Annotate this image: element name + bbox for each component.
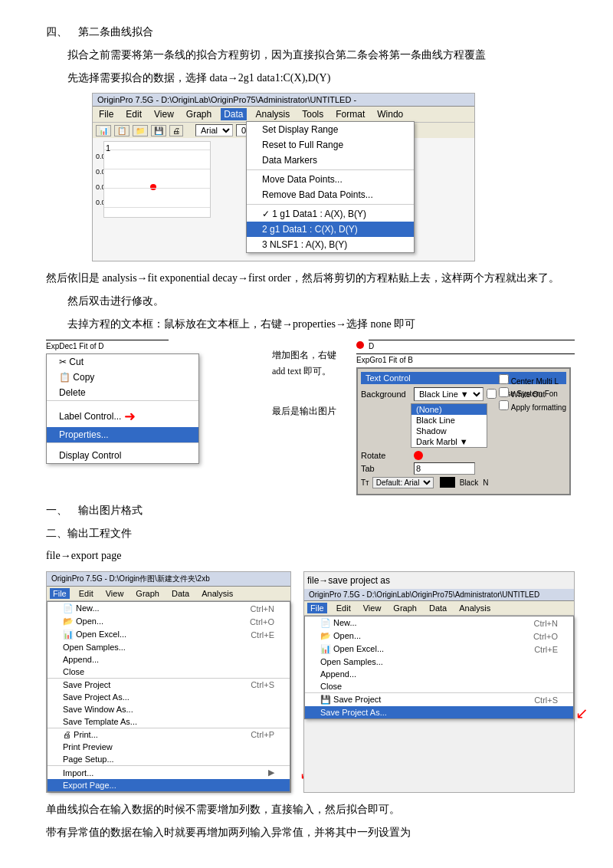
menu-data1-ab[interactable]: 1 g1 Data1 : A(X), B(Y) (247, 206, 414, 222)
fm-new[interactable]: 📄 New...Ctrl+N (48, 602, 290, 615)
right-col: D ExpGro1 Fit of B Text Control Backgrou… (356, 340, 575, 495)
fm-save-project-as[interactable]: Save Project As... (48, 691, 290, 703)
fm-open-samples[interactable]: Open Samples... (48, 641, 290, 653)
toolbar-btn-2[interactable]: 📋 (114, 125, 129, 136)
menu-graph[interactable]: Graph (183, 108, 215, 120)
left-col: ExpDec1 Fit of D ✂ Cut 📋 Copy Delete Lab… (46, 340, 264, 495)
toolbar-btn-3[interactable]: 📁 (133, 125, 148, 136)
middle-two-col: ExpDec1 Fit of D ✂ Cut 📋 Copy Delete Lab… (46, 340, 575, 495)
ctx-cut[interactable]: ✂ Cut (47, 354, 198, 370)
fm-print-preview[interactable]: Print Preview (48, 741, 290, 753)
menu-sep-2 (247, 204, 414, 205)
data-point (150, 184, 156, 190)
bg-select[interactable]: Black Line ▼ (414, 387, 484, 401)
bl-menu-file[interactable]: File (50, 588, 70, 599)
ctx-delete[interactable]: Delete (47, 385, 198, 400)
bl-menu-view[interactable]: View (103, 588, 127, 599)
br-menu-view[interactable]: View (360, 603, 385, 613)
expgro-fit-label: ExpGro1 Fit of B (356, 353, 575, 364)
apply-format-check[interactable] (499, 400, 509, 410)
dl-dark-marbl[interactable]: Dark Marbl ▼ (411, 436, 487, 447)
font-select[interactable]: Arial (195, 124, 233, 136)
dl-black-line[interactable]: Black Line (411, 415, 487, 426)
dl-shadow[interactable]: Shadow (411, 426, 487, 436)
color-swatch-black (440, 477, 455, 488)
menu-set-display[interactable]: Set Display Range (247, 122, 414, 137)
br-fm-open-samples[interactable]: Open Samples... (305, 656, 573, 668)
bottom-right-menubar: File Edit View Graph Data Analysis (304, 601, 574, 616)
br-fm-append[interactable]: Append... (305, 668, 573, 680)
fm-export-page[interactable]: Export Page... (48, 779, 290, 791)
output-heading2: 二、输出工程文件 (46, 524, 575, 543)
menu-analysis[interactable]: Analysis (253, 108, 293, 120)
fm-close[interactable]: Close (48, 666, 290, 678)
fm-import[interactable]: Import... ▶ ↙ (48, 766, 290, 779)
originpro-top-screenshot: OriginPro 7.5G - D:\OriginLab\OriginPro7… (92, 93, 475, 261)
rotate-indicator (414, 451, 423, 460)
bl-menu-edit[interactable]: Edit (76, 588, 97, 599)
br-fm-open-excel[interactable]: 📊 Open Excel...Ctrl+E (305, 643, 573, 656)
para1: 拟合之前需要将第一条线的拟合方程剪切，因为直接拟合第二条会将第一条曲线方程覆盖 (67, 46, 575, 64)
toolbar-btn-4[interactable]: 💾 (151, 125, 166, 136)
fm-page-setup[interactable]: Page Setup... (48, 753, 290, 765)
br-menu-data[interactable]: Data (426, 603, 450, 613)
ctx-sep1 (47, 400, 198, 406)
menu-move-points[interactable]: Move Data Points... (247, 172, 414, 187)
menu-remove-bad[interactable]: Remove Bad Data Points... (247, 187, 414, 202)
menu-file[interactable]: File (96, 108, 116, 120)
br-menu-file[interactable]: File (307, 603, 327, 613)
ctx-label-control[interactable]: Label Control... ➜ (47, 406, 198, 427)
center-multi-check[interactable] (499, 374, 509, 384)
br-menu-edit[interactable]: Edit (333, 603, 354, 613)
font-select[interactable]: Default: Arial (372, 477, 434, 488)
para5: 去掉方程的文本框：鼠标放在文本框上，右键→properties→选择 none … (67, 315, 575, 334)
menu-data-markers[interactable]: Data Markers (247, 153, 414, 168)
ctx-properties[interactable]: Properties... (47, 427, 198, 442)
menu-reset-range[interactable]: Reset to Full Range (247, 137, 414, 153)
br-fm-open[interactable]: 📂 Open...Ctrl+O (305, 630, 573, 643)
bottom-right-titlebar: OriginPro 7.5G - D:\OriginLab\OriginPro7… (304, 589, 574, 601)
br-menu-graph[interactable]: Graph (390, 603, 420, 613)
chart-label-1: 1 (106, 143, 110, 153)
originpro-bottom-right: file→save project as OriginPro 7.5G - D:… (303, 571, 575, 793)
toolbar-btn-1[interactable]: 📊 (96, 125, 111, 136)
menu-nlsf1[interactable]: 3 NLSF1 : A(X), B(Y) (247, 237, 414, 252)
ctx-copy[interactable]: 📋 Copy (47, 370, 198, 385)
br-fm-save-project[interactable]: 💾 Save ProjectCtrl+S (305, 693, 573, 706)
menu-tools[interactable]: Tools (299, 108, 326, 120)
menu-data1-cd[interactable]: 2 g1 Data1 : C(X), D(Y) (247, 222, 414, 237)
menu-data[interactable]: Data (221, 108, 246, 120)
output-heading1: 一、 输出图片格式 (46, 501, 575, 520)
fm-save-project[interactable]: Save ProjectCtrl+S (48, 679, 290, 691)
ctx-sep2 (47, 442, 198, 448)
br-menu-analysis[interactable]: Analysis (456, 603, 493, 613)
ctx-display-control[interactable]: Display Control (47, 448, 198, 463)
bl-menu-data[interactable]: Data (169, 588, 192, 599)
white-out-check[interactable] (499, 387, 509, 397)
bl-menu-graph[interactable]: Graph (133, 588, 162, 599)
br-fm-save-project-as[interactable]: Save Project As... ↙ (305, 706, 573, 718)
fm-save-template-as[interactable]: Save Template As... (48, 715, 290, 728)
fm-open[interactable]: 📂 Open...Ctrl+O (48, 615, 290, 628)
menu-window[interactable]: Windo (374, 108, 406, 120)
grid-line (104, 150, 210, 150)
menu-sep-1 (247, 169, 414, 170)
originpro-bottom-left: OriginPro 7.5G - D:\Origin作图\新建文件夹\2xb F… (46, 571, 291, 793)
menu-view[interactable]: View (151, 108, 177, 120)
dl-none[interactable]: (None) (411, 404, 487, 415)
expdec-label: ExpDec1 Fit of D (46, 340, 169, 350)
bl-menu-analysis[interactable]: Analysis (198, 588, 236, 599)
use-system-font-check[interactable] (487, 389, 497, 399)
menu-format[interactable]: Format (333, 108, 368, 120)
right-save-label: file→save project as (304, 572, 574, 589)
br-fm-new[interactable]: 📄 New...Ctrl+N (305, 616, 573, 630)
br-fm-close[interactable]: Close (305, 680, 573, 692)
fm-save-window-as[interactable]: Save Window As... (48, 703, 290, 715)
tab-input[interactable] (414, 462, 475, 475)
menu-edit[interactable]: Edit (123, 108, 145, 120)
fm-print[interactable]: 🖨 Print...Ctrl+P (48, 728, 290, 741)
fm-append[interactable]: Append... (48, 653, 290, 666)
toolbar-btn-5[interactable]: 🖨 (169, 125, 183, 136)
grid-line (104, 188, 210, 189)
fm-open-excel[interactable]: 📊 Open Excel...Ctrl+E (48, 628, 290, 641)
